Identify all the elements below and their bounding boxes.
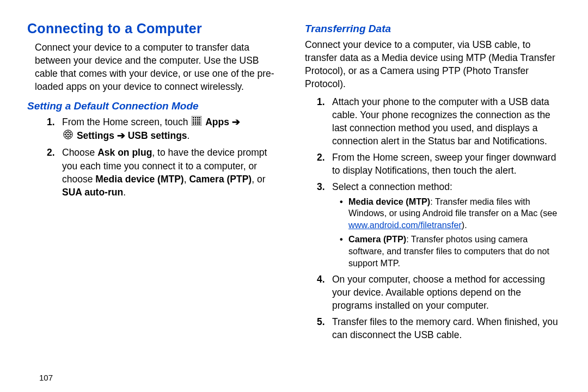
intro-paragraph: Connect your device to a computer to tra… bbox=[35, 41, 283, 94]
bold-text: Media device (MTP) bbox=[95, 174, 183, 185]
bold-text: Camera (PTP) bbox=[189, 174, 252, 185]
list-item: 1. From the Home screen, touch Apps ➔ Se… bbox=[47, 115, 283, 143]
step-text: , bbox=[184, 174, 189, 185]
bold-text: Camera (PTP) bbox=[348, 234, 406, 244]
step-text: From the Home screen, touch bbox=[62, 117, 191, 127]
svg-rect-9 bbox=[193, 121, 194, 123]
steps-list: 1. Attach your phone to the computer wit… bbox=[317, 95, 561, 342]
usb-settings-label: USB settings bbox=[128, 130, 187, 141]
step-text: . bbox=[123, 187, 126, 198]
list-item: 2. From the Home screen, sweep your fing… bbox=[317, 151, 561, 177]
svg-rect-15 bbox=[197, 123, 199, 125]
svg-rect-4 bbox=[199, 117, 201, 119]
bullet-item: Camera (PTP): Transfer photos using came… bbox=[340, 234, 561, 270]
list-item: 3. Select a connection method: Media dev… bbox=[317, 180, 561, 269]
sub-bullets: Media device (MTP): Transfer media files… bbox=[340, 196, 561, 270]
bullet-item: Media device (MTP): Transfer media files… bbox=[340, 196, 561, 232]
svg-rect-13 bbox=[193, 123, 194, 125]
period: . bbox=[187, 130, 190, 141]
bold-text: Media device (MTP) bbox=[348, 197, 430, 206]
apps-grid-icon bbox=[192, 116, 201, 129]
step-number: 4. bbox=[317, 273, 325, 286]
arrow-icon: ➔ bbox=[114, 130, 128, 141]
step-text: Select a connection method: bbox=[332, 181, 452, 192]
svg-point-19 bbox=[67, 134, 69, 136]
subsection-heading: Setting a Default Connection Mode bbox=[27, 100, 283, 112]
manual-page: Connecting to a Computer Connect your de… bbox=[0, 0, 588, 392]
arrow-icon: ➔ bbox=[229, 117, 240, 127]
svg-rect-14 bbox=[195, 123, 197, 125]
svg-rect-16 bbox=[199, 123, 201, 125]
step-text: Choose bbox=[62, 147, 97, 158]
step-text: Transfer files to the memory card. When … bbox=[332, 316, 558, 340]
step-number: 2. bbox=[47, 146, 55, 159]
settings-gear-icon bbox=[63, 130, 73, 143]
apps-label: Apps bbox=[205, 117, 229, 127]
steps-list: 1. From the Home screen, touch Apps ➔ Se… bbox=[47, 115, 283, 199]
svg-rect-7 bbox=[197, 119, 199, 121]
left-column: Connecting to a Computer Connect your de… bbox=[27, 21, 283, 381]
page-number: 107 bbox=[39, 373, 53, 382]
svg-rect-12 bbox=[199, 121, 201, 123]
step-text: , or bbox=[252, 174, 265, 185]
svg-rect-5 bbox=[193, 119, 194, 121]
step-text: From the Home screen, sweep your finger … bbox=[332, 152, 556, 176]
section-heading: Connecting to a Computer bbox=[27, 21, 283, 36]
right-column: Transferring Data Connect your device to… bbox=[305, 21, 561, 381]
step-text: Attach your phone to the computer with a… bbox=[332, 96, 550, 146]
svg-rect-11 bbox=[197, 121, 199, 123]
bold-text: Ask on plug bbox=[97, 147, 152, 158]
list-item: 5. Transfer files to the memory card. Wh… bbox=[317, 315, 561, 341]
svg-rect-2 bbox=[195, 117, 197, 119]
list-item: 2. Choose Ask on plug, to have the devic… bbox=[47, 146, 283, 199]
list-item: 4. On your computer, choose a method for… bbox=[317, 273, 561, 312]
step-number: 2. bbox=[317, 151, 325, 164]
step-number: 1. bbox=[47, 115, 55, 128]
bold-text: SUA auto-run bbox=[62, 187, 123, 198]
svg-rect-8 bbox=[199, 119, 201, 121]
svg-rect-3 bbox=[197, 117, 199, 119]
step-text: On your computer, choose a method for ac… bbox=[332, 274, 545, 311]
list-item: 1. Attach your phone to the computer wit… bbox=[317, 95, 561, 148]
svg-rect-1 bbox=[193, 117, 194, 119]
step-number: 5. bbox=[317, 315, 325, 328]
step-number: 3. bbox=[317, 180, 325, 193]
intro-paragraph: Connect your device to a computer, via U… bbox=[305, 38, 561, 91]
settings-label: Settings bbox=[77, 130, 114, 141]
filetransfer-link[interactable]: www.android.com/filetransfer bbox=[348, 220, 462, 230]
svg-rect-10 bbox=[195, 121, 197, 123]
step-number: 1. bbox=[317, 95, 325, 108]
svg-rect-6 bbox=[195, 119, 197, 121]
subsection-heading: Transferring Data bbox=[305, 23, 561, 35]
bullet-text: ). bbox=[462, 220, 467, 230]
